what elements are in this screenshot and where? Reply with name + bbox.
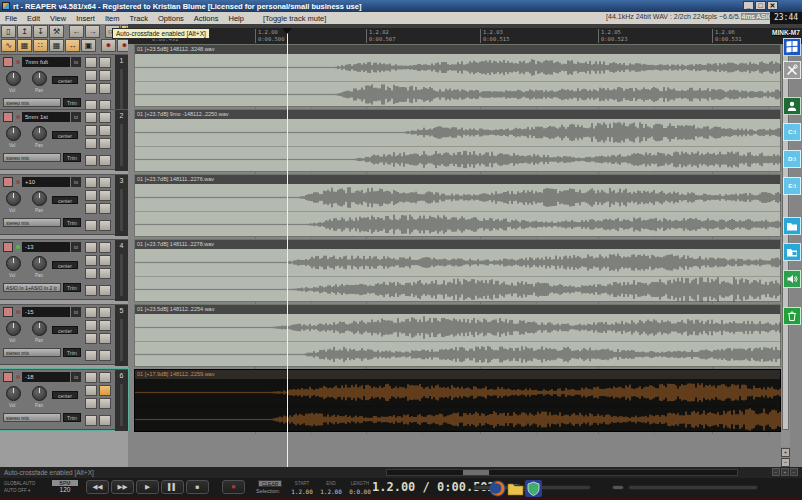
- media-item-track-1[interactable]: 01 [+23.5dB] 148112..3248.wav: [134, 44, 781, 107]
- drive-d-tile[interactable]: D:\: [783, 150, 801, 168]
- fx-button[interactable]: [99, 57, 111, 68]
- pan-center-button[interactable]: center: [52, 131, 78, 139]
- routing-io-button[interactable]: io: [71, 112, 81, 122]
- media-item-track-2[interactable]: 01 [+23.7dB] 9mo -148112..2250.wav: [134, 109, 781, 172]
- selection-length[interactable]: LENGTH0:0.00: [346, 481, 374, 495]
- close-button[interactable]: ✕: [767, 1, 778, 10]
- track-panel-2[interactable]: 5mm 1stioVolPancenterstereo mixTrim2: [0, 109, 128, 170]
- solo-button[interactable]: [85, 203, 97, 214]
- arrange-view[interactable]: 01 [+23.5dB] 148112..3248.wav01 [+23.7dB…: [128, 44, 802, 467]
- track-panel-4[interactable]: -13ioVolPancenterASIO In 1+ASIO In 2 (rT…: [0, 239, 128, 300]
- fxbypass-button[interactable]: [99, 285, 111, 296]
- input-source-field[interactable]: stereo mix: [3, 218, 61, 227]
- track-panel-6[interactable]: -18ioVolPancenterstereo mixTrim6: [0, 369, 128, 430]
- mute-button[interactable]: [99, 385, 111, 396]
- edit-cursor-marker[interactable]: [282, 28, 292, 34]
- recmon-button[interactable]: [99, 333, 111, 344]
- trim-button[interactable]: Trim: [63, 348, 81, 357]
- solo-button[interactable]: [85, 398, 97, 409]
- clear-selection-button[interactable]: CLEAR: [258, 480, 282, 487]
- track-panel-3[interactable]: +10ioVolPancenterstereo mixTrim3: [0, 174, 128, 235]
- recmon-button[interactable]: [99, 83, 111, 94]
- pan-knob[interactable]: [32, 386, 47, 401]
- drive-e-tile[interactable]: E:\: [783, 177, 801, 195]
- phase-button[interactable]: [85, 190, 97, 201]
- global-automation-override[interactable]: GLOBAL AUTO AUTO OFF ▾: [4, 480, 48, 494]
- forward-button[interactable]: ▶▶: [111, 480, 134, 494]
- pan-knob[interactable]: [32, 71, 47, 86]
- folder-icon[interactable]: [507, 480, 524, 497]
- volume-knob[interactable]: [6, 71, 21, 86]
- envelope-view-button[interactable]: ∿: [1, 39, 16, 52]
- windows-start-tile[interactable]: [783, 38, 801, 56]
- solo-button[interactable]: [85, 333, 97, 344]
- solo-button[interactable]: [85, 83, 97, 94]
- pan-knob[interactable]: [32, 126, 47, 141]
- env-button[interactable]: [85, 177, 97, 188]
- input-source-field[interactable]: ASIO In 1+ASIO In 2 (r: [3, 283, 61, 292]
- fx-button[interactable]: [99, 242, 111, 253]
- routing-io-button[interactable]: io: [71, 372, 81, 382]
- track-name-field[interactable]: -15: [22, 307, 70, 317]
- media-item-track-6[interactable]: 01 [+17.9dB] 148112..2259.wav: [134, 369, 781, 432]
- env-button[interactable]: [85, 307, 97, 318]
- volume-tile[interactable]: [783, 270, 801, 288]
- media-item-track-5[interactable]: 01 [+23.5dB] 148112..2254.wav: [134, 304, 781, 367]
- dock-close-button[interactable]: −: [790, 468, 798, 476]
- input-source-field[interactable]: stereo mix: [3, 413, 61, 422]
- record-arm-indicator[interactable]: [16, 115, 20, 119]
- undo-button[interactable]: ←: [69, 25, 84, 38]
- recmon-button[interactable]: [99, 138, 111, 149]
- fx-button[interactable]: [99, 177, 111, 188]
- save-project-button[interactable]: ↧: [33, 25, 48, 38]
- freeitem-button[interactable]: [85, 155, 97, 166]
- record-arm-indicator[interactable]: [16, 245, 20, 249]
- volume-knob[interactable]: [6, 386, 21, 401]
- track-color-swatch[interactable]: [3, 307, 13, 317]
- pan-knob[interactable]: [32, 191, 47, 206]
- menu-edit[interactable]: Edit: [22, 14, 45, 23]
- recmon-button[interactable]: [99, 268, 111, 279]
- input-source-field[interactable]: stereo mix: [3, 98, 61, 107]
- fxbypass-button[interactable]: [99, 220, 111, 231]
- zoom-in-button[interactable]: +: [781, 448, 790, 457]
- playrate-handle[interactable]: [612, 485, 624, 490]
- volume-knob[interactable]: [6, 256, 21, 271]
- lock-items-button[interactable]: ▣: [81, 39, 96, 52]
- firefox-icon[interactable]: [489, 480, 506, 497]
- stop-button[interactable]: ■: [186, 480, 209, 494]
- menu-track[interactable]: Track: [125, 14, 153, 23]
- routing-io-button[interactable]: io: [71, 307, 81, 317]
- phase-button[interactable]: [85, 385, 97, 396]
- pan-center-button[interactable]: center: [52, 261, 78, 269]
- pan-knob[interactable]: [32, 321, 47, 336]
- track-color-swatch[interactable]: [3, 57, 13, 67]
- record-arm-indicator[interactable]: [16, 310, 20, 314]
- media-item-track-3[interactable]: 01 [+23.7dB] 148111..2276.wav: [134, 174, 781, 237]
- record-mode-normal-button[interactable]: ●: [101, 39, 116, 52]
- mute-button[interactable]: [99, 125, 111, 136]
- menu-help[interactable]: Help: [223, 14, 248, 23]
- grid-settings-button[interactable]: ▦: [49, 39, 64, 52]
- dock-pin-button[interactable]: +: [781, 468, 789, 476]
- ripple-edit-button[interactable]: ↔: [65, 39, 80, 52]
- env-button[interactable]: [85, 57, 97, 68]
- phase-button[interactable]: [85, 125, 97, 136]
- solo-button[interactable]: [85, 138, 97, 149]
- edit-cursor[interactable]: [287, 28, 288, 467]
- documents-folder-tile[interactable]: [783, 217, 801, 235]
- menu-view[interactable]: View: [45, 14, 71, 23]
- mute-button[interactable]: [99, 190, 111, 201]
- trim-button[interactable]: Trim: [63, 98, 81, 107]
- new-project-button[interactable]: ▯: [1, 25, 16, 38]
- horizontal-scrollbar[interactable]: [386, 469, 738, 476]
- horizontal-zoom-slider[interactable]: [628, 485, 758, 490]
- menu-insert[interactable]: Insert: [71, 14, 100, 23]
- fx-button[interactable]: [99, 307, 111, 318]
- track-color-swatch[interactable]: [3, 112, 13, 122]
- user-tile[interactable]: [783, 97, 801, 115]
- fx-button[interactable]: [99, 372, 111, 383]
- volume-knob[interactable]: [6, 321, 21, 336]
- volume-knob[interactable]: [6, 191, 21, 206]
- pan-center-button[interactable]: center: [52, 196, 78, 204]
